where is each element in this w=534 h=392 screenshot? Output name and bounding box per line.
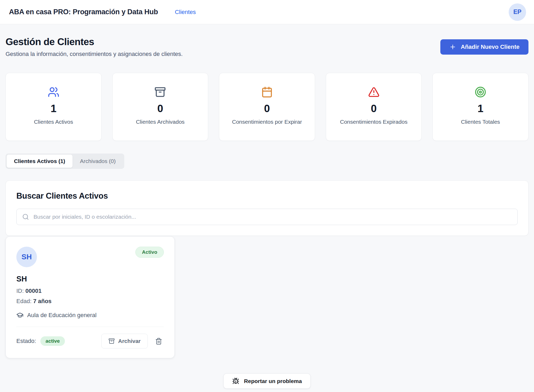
add-new-client-label: Añadir Nuevo Cliente — [461, 44, 519, 50]
plus-icon — [449, 44, 456, 50]
client-avatar: SH — [16, 247, 37, 267]
page-title: Gestión de Clientes — [6, 36, 183, 47]
trash-icon — [155, 338, 162, 345]
search-input[interactable] — [16, 209, 518, 225]
stat-label: Clientes Activos — [34, 118, 73, 126]
archive-button[interactable]: Archivar — [101, 334, 148, 348]
tab-archivados[interactable]: Archivados (0) — [73, 155, 123, 168]
search-box — [16, 209, 518, 225]
archive-icon — [154, 86, 166, 98]
client-age-label: Edad: — [16, 298, 32, 304]
archive-button-label: Archivar — [118, 338, 141, 344]
stat-card-active-clients: 1 Clientes Activos — [6, 73, 102, 141]
client-name: SH — [16, 275, 164, 283]
stat-value: 0 — [157, 103, 163, 114]
report-problem-label: Reportar un problema — [244, 378, 302, 384]
report-problem-button[interactable]: Reportar un problema — [223, 374, 311, 389]
client-id-row: ID: 00001 — [16, 288, 164, 294]
users-icon — [48, 86, 59, 98]
main-content: Gestión de Clientes Gestiona la informac… — [0, 24, 534, 389]
search-panel-title: Buscar Clientes Activos — [16, 191, 518, 201]
calendar-icon — [261, 86, 273, 98]
stat-value: 0 — [264, 103, 270, 114]
archive-icon — [108, 338, 115, 344]
stat-card-consents-expiring: 0 Consentimientos por Expirar — [219, 73, 315, 141]
client-schooling-label: Aula de Educación general — [27, 312, 97, 319]
footer: Reportar un problema — [6, 374, 528, 389]
client-id-value: 00001 — [25, 288, 41, 294]
target-icon — [475, 86, 486, 98]
estado-value-badge: active — [40, 336, 65, 346]
nav-link-clientes[interactable]: Clientes — [175, 9, 196, 16]
add-new-client-button[interactable]: Añadir Nuevo Cliente — [440, 39, 528, 55]
divider — [16, 327, 164, 327]
bug-icon — [232, 377, 239, 385]
page-subtitle: Gestiona la información, consentimientos… — [6, 51, 183, 58]
top-header: ABA en casa PRO: Programación y Data Hub… — [0, 0, 534, 24]
stat-value: 0 — [371, 103, 376, 114]
stats-row: 1 Clientes Activos 0 Clientes Archivados… — [6, 73, 528, 141]
stat-card-archived-clients: 0 Clientes Archivados — [112, 73, 208, 141]
stat-card-consents-expired: 0 Consentimientos Expirados — [326, 73, 422, 141]
user-avatar[interactable]: EP — [509, 3, 526, 21]
stat-value: 1 — [478, 103, 483, 114]
client-card: SH Activo SH ID: 00001 Edad: 7 años Aula… — [6, 236, 175, 358]
graduation-cap-icon — [16, 312, 23, 319]
delete-button[interactable] — [154, 336, 164, 346]
app-title: ABA en casa PRO: Programación y Data Hub — [9, 8, 158, 16]
page-head: Gestión de Clientes Gestiona la informac… — [6, 36, 528, 58]
stat-label: Consentimientos por Expirar — [232, 118, 302, 126]
client-schooling-row: Aula de Educación general — [16, 312, 164, 319]
stat-value: 1 — [51, 103, 56, 114]
estado-label: Estado: — [16, 338, 36, 345]
alert-triangle-icon — [368, 86, 380, 98]
stat-label: Clientes Archivados — [136, 118, 184, 126]
tab-clientes-activos[interactable]: Clientes Activos (1) — [7, 155, 73, 168]
search-panel: Buscar Clientes Activos — [6, 180, 528, 236]
stat-label: Clientes Totales — [461, 118, 500, 126]
client-age-row: Edad: 7 años — [16, 298, 164, 305]
stat-card-total-clients: 1 Clientes Totales — [432, 73, 528, 141]
stat-label: Consentimientos Expirados — [340, 118, 408, 126]
client-id-label: ID: — [16, 288, 24, 294]
client-tabs: Clientes Activos (1) Archivados (0) — [6, 154, 124, 169]
status-badge: Activo — [135, 247, 164, 258]
client-age-value: 7 años — [33, 298, 52, 304]
